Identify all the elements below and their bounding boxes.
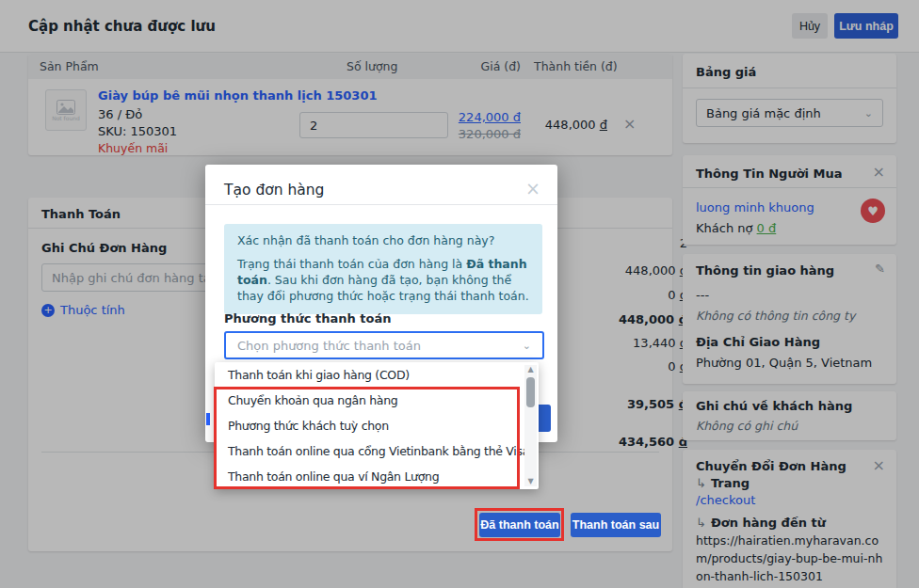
info-body: Trạng thái thanh toán của đơn hàng là Đã…: [237, 257, 529, 305]
dropdown-scrollbar[interactable]: ▲ ▼: [524, 365, 537, 486]
option-vietinbank[interactable]: Thanh toán online qua cổng Vietinbank bằ…: [215, 438, 525, 464]
order-edit-page: Cập nhật chưa được lưu Hủy Lưu nháp Sản …: [0, 0, 919, 588]
option-custom-method[interactable]: Phương thức khách tuỳ chọn: [215, 413, 525, 438]
option-bank-transfer[interactable]: Chuyển khoản qua ngân hàng: [215, 388, 525, 413]
modal-title: Tạo đơn hàng: [224, 182, 324, 199]
method-label: Phương thức thanh toán: [224, 311, 391, 326]
info-heading: Xác nhận đã thanh toán cho đơn hàng này?: [237, 233, 529, 249]
payment-method-select[interactable]: Chọn phương thức thanh toán ⌄: [224, 331, 544, 359]
scroll-up-icon[interactable]: ▲: [527, 365, 533, 374]
chevron-down-icon: ⌄: [523, 340, 531, 352]
option-nganluong[interactable]: Thanh toán online qua ví Ngân Lượng: [215, 464, 525, 489]
payment-method-dropdown: Thanh toán khi giao hàng (COD) Chuyển kh…: [215, 362, 539, 489]
payment-confirm-infobox: Xác nhận đã thanh toán cho đơn hàng này?…: [224, 224, 542, 314]
mark-paid-button[interactable]: Đã thanh toán: [479, 513, 560, 537]
pay-later-button[interactable]: Thanh toán sau: [571, 513, 661, 537]
option-cod[interactable]: Thanh toán khi giao hàng (COD): [215, 362, 525, 388]
scroll-down-icon[interactable]: ▼: [527, 477, 533, 486]
scrollbar-thumb[interactable]: [526, 377, 535, 407]
footer-link-fragment: [206, 413, 210, 425]
modal-close-icon[interactable]: ×: [525, 180, 540, 198]
